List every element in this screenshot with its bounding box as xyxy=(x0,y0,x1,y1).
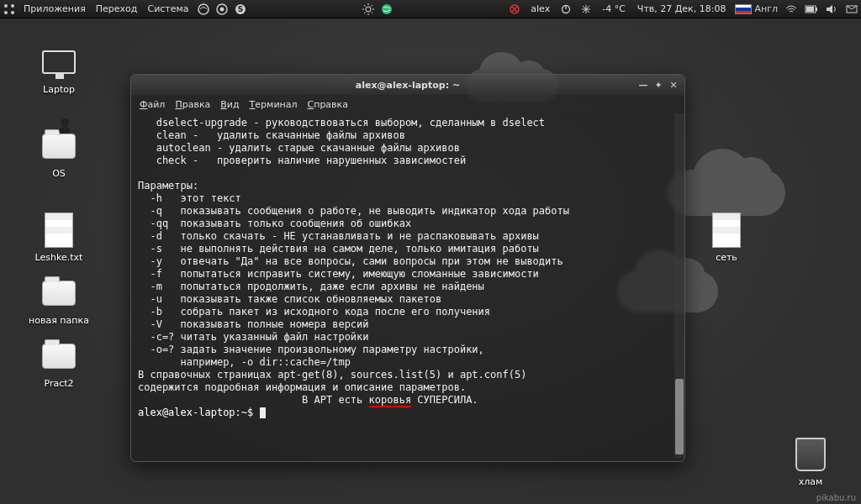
svg-line-16 xyxy=(364,12,366,13)
brightness-icon[interactable] xyxy=(362,3,375,16)
desktop-icon-trash[interactable]: хлам xyxy=(777,434,844,487)
keyboard-layout[interactable]: Англ xyxy=(735,3,778,16)
globe-icon[interactable] xyxy=(380,3,394,16)
icon-label: Pract2 xyxy=(25,378,92,389)
svg-rect-30 xyxy=(806,7,814,12)
desktop-icon-laptop[interactable]: Laptop xyxy=(25,42,92,95)
menu-terminal[interactable]: Терминал xyxy=(250,99,298,110)
svg-marker-31 xyxy=(827,5,832,13)
desktop-icon-os[interactable]: OS xyxy=(25,126,92,179)
svg-line-17 xyxy=(371,5,372,7)
flag-icon xyxy=(735,4,752,14)
svg-rect-29 xyxy=(816,8,817,11)
icon-label: Leshke.txt xyxy=(25,252,92,263)
wifi-icon[interactable] xyxy=(784,3,798,16)
terminal-scrollbar[interactable] xyxy=(674,113,684,458)
battery-icon[interactable] xyxy=(805,3,818,16)
user-menu[interactable]: alex xyxy=(526,3,555,14)
top-panel: Приложения Переход Система S alex -4 °C … xyxy=(0,0,861,18)
svg-point-1 xyxy=(11,4,14,8)
window-maximize-button[interactable]: ✦ xyxy=(652,79,664,91)
menu-file[interactable]: Файл xyxy=(140,99,165,110)
apt-cow-line: В APT есть коровья СУПЕРСИЛА. xyxy=(138,394,678,407)
trash-icon xyxy=(795,438,826,471)
desktop-icon-newfolder[interactable]: новая папка xyxy=(25,273,92,326)
power-icon[interactable] xyxy=(559,3,573,16)
icon-label: сеть xyxy=(693,252,760,263)
firefox-icon[interactable] xyxy=(197,3,210,16)
svg-point-6 xyxy=(219,7,224,11)
weather-temp[interactable]: -4 °C xyxy=(597,3,631,14)
desktop-icon-network[interactable]: сеть xyxy=(693,210,760,263)
monitor-icon xyxy=(42,50,76,74)
terminal-prompt[interactable]: alex@alex-laptop:~$ xyxy=(138,407,678,419)
cloud-decoration xyxy=(668,170,785,216)
svg-point-3 xyxy=(11,11,14,14)
svg-point-0 xyxy=(4,4,8,8)
mail-icon[interactable] xyxy=(845,3,858,16)
desktop-icon-pract2[interactable]: Pract2 xyxy=(25,336,92,389)
terminal-output[interactable]: dselect-upgrade - руководствоваться выбо… xyxy=(131,113,684,461)
watermark: pikabu.ru xyxy=(816,493,856,502)
icon-label: Laptop xyxy=(25,84,92,95)
apps-grid-icon[interactable] xyxy=(3,3,16,16)
svg-point-33 xyxy=(61,118,69,127)
panel-right-tray: alex -4 °C Чтв, 27 Дек, 18:08 Англ xyxy=(505,3,861,16)
volume-icon[interactable] xyxy=(825,3,838,16)
svg-point-34 xyxy=(59,127,71,134)
window-titlebar[interactable]: alex@alex-laptop: ~ — ✦ ✕ xyxy=(131,75,684,95)
svg-line-15 xyxy=(371,12,372,13)
chrome-icon[interactable] xyxy=(215,3,229,16)
document-icon xyxy=(45,213,73,248)
cursor xyxy=(260,407,266,418)
folder-icon xyxy=(42,281,76,306)
svg-text:S: S xyxy=(237,5,242,13)
folder-icon xyxy=(42,134,76,159)
clock[interactable]: Чтв, 27 Дек, 18:08 xyxy=(632,3,732,14)
lang-label: Англ xyxy=(754,3,778,14)
svg-point-9 xyxy=(366,7,371,12)
icon-label: новая папка xyxy=(25,315,92,326)
snow-icon xyxy=(579,3,593,16)
desktop-icon-leshke[interactable]: Leshke.txt xyxy=(25,210,92,263)
menu-places[interactable]: Переход xyxy=(91,3,143,14)
menu-edit[interactable]: Правка xyxy=(175,99,210,110)
window-close-button[interactable]: ✕ xyxy=(668,79,679,91)
svg-line-14 xyxy=(364,5,366,7)
close-red-icon[interactable] xyxy=(508,3,521,16)
menu-applications[interactable]: Приложения xyxy=(18,3,91,14)
menu-system[interactable]: Система xyxy=(142,3,193,14)
svg-point-4 xyxy=(198,4,209,14)
svg-point-2 xyxy=(4,11,8,14)
scrollbar-thumb[interactable] xyxy=(675,379,684,454)
terminal-menubar: Файл Правка Вид Терминал Справка xyxy=(131,95,684,113)
folder-icon xyxy=(42,344,76,369)
svg-point-18 xyxy=(382,4,392,14)
icon-label: хлам xyxy=(777,476,844,487)
skype-icon[interactable]: S xyxy=(234,3,247,16)
terminal-window[interactable]: alex@alex-laptop: ~ — ✦ ✕ Файл Правка Ви… xyxy=(130,74,685,462)
menu-view[interactable]: Вид xyxy=(220,99,239,110)
window-minimize-button[interactable]: — xyxy=(637,79,649,91)
document-icon xyxy=(712,213,741,248)
menu-help[interactable]: Справка xyxy=(308,99,348,110)
icon-label: OS xyxy=(25,168,92,179)
window-title: alex@alex-laptop: ~ xyxy=(356,80,460,91)
